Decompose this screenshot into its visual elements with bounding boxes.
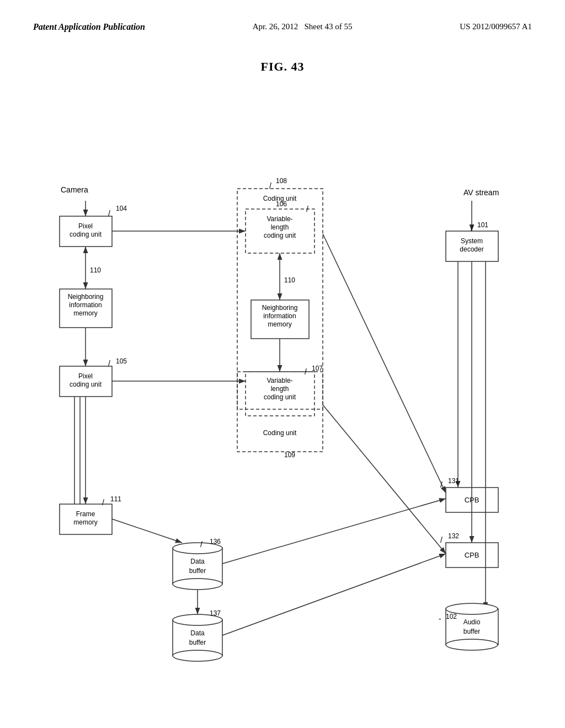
av-stream-label: AV stream xyxy=(463,188,499,197)
databuf-137-line1: Data xyxy=(190,629,205,637)
header-publication-type: Patent Application Publication xyxy=(33,22,145,32)
databuf136-to-cpb131-arrow xyxy=(222,499,446,564)
frame-memory-line2: memory xyxy=(73,518,97,526)
diagram-area: Camera 104 / Pixel coding unit 110 Neigh… xyxy=(0,85,565,692)
databuf-136-bottom xyxy=(173,579,222,590)
databuf-137-bottom xyxy=(173,650,222,661)
label-111: 111 xyxy=(110,495,121,503)
frame-to-databuf136-arrow xyxy=(112,519,182,543)
nim-left-line1: Neighboring xyxy=(68,293,104,301)
vlc-107-line2: length xyxy=(271,385,289,393)
system-decoder-line1: System xyxy=(461,237,483,245)
vlc-106-line1: Variable- xyxy=(266,215,292,223)
label-131: 131 xyxy=(448,477,459,485)
vlc-106-line2: length xyxy=(271,223,289,231)
nim-left-line3: memory xyxy=(73,309,97,317)
header-patent-number: US 2012/0099657 A1 xyxy=(460,22,532,31)
vlc-107-line3: coding unit xyxy=(264,393,296,401)
pixel-coding-104-line2: coding unit xyxy=(70,231,102,238)
label-132: 132 xyxy=(448,532,459,540)
coding108-to-cpb131-arrow xyxy=(323,234,446,493)
label-110-left: 110 xyxy=(90,266,101,274)
system-decoder-line2: decoder xyxy=(460,245,483,253)
vlc-106-line3: coding unit xyxy=(264,232,296,239)
slash-132: / xyxy=(440,536,443,544)
slash-106: / xyxy=(306,205,308,213)
label-102: 102 xyxy=(446,613,457,620)
pixel-coding-104-line1: Pixel xyxy=(78,222,93,230)
cpb-132-label: CPB xyxy=(465,551,479,559)
figure-title: FIG. 43 xyxy=(0,60,565,74)
label-137: 137 xyxy=(210,609,221,617)
coding-unit-109-label: Coding unit xyxy=(263,429,297,437)
cpb-131-label: CPB xyxy=(465,496,479,504)
audio-buffer-line1: Audio xyxy=(463,618,481,626)
label-109: 109 xyxy=(284,451,295,459)
databuf-137-line2: buffer xyxy=(189,639,206,646)
audio-buffer-line2: buffer xyxy=(463,628,480,635)
nim-left-line2: information xyxy=(69,301,102,309)
slash-107: / xyxy=(305,367,307,376)
databuf-136-line2: buffer xyxy=(189,567,206,575)
slash-136: / xyxy=(200,540,202,549)
audio-buffer-bottom xyxy=(446,639,498,650)
page-header: Patent Application Publication Apr. 26, … xyxy=(0,0,565,43)
nim-right-line1: Neighboring xyxy=(262,304,298,312)
label-108: 108 xyxy=(276,177,287,185)
label-104: 104 xyxy=(116,205,127,212)
pixel-coding-105-line1: Pixel xyxy=(78,372,93,380)
header-sheet: Sheet 43 of 55 xyxy=(304,22,352,31)
label-105: 105 xyxy=(116,357,127,365)
header-date-sheet: Apr. 26, 2012 Sheet 43 of 55 xyxy=(253,22,353,31)
slash-102: - xyxy=(439,614,441,623)
vlc-107-line1: Variable- xyxy=(266,377,292,384)
header-date: Apr. 26, 2012 xyxy=(253,22,299,31)
databuf137-to-cpb132-arrow xyxy=(222,554,446,635)
slash-111: / xyxy=(102,498,104,507)
pixel-coding-105-line2: coding unit xyxy=(70,381,102,388)
label-106: 106 xyxy=(276,200,287,208)
camera-label: Camera xyxy=(61,185,88,194)
label-136: 136 xyxy=(210,538,221,545)
nim-right-line3: memory xyxy=(268,320,291,328)
frame-memory-line1: Frame xyxy=(76,510,95,518)
label-101: 101 xyxy=(477,221,488,229)
slash-108: / xyxy=(269,181,271,190)
diagram-svg: Camera 104 / Pixel coding unit 110 Neigh… xyxy=(0,85,565,692)
coding109-to-cpb132-arrow xyxy=(323,405,446,554)
nim-right-line2: information xyxy=(263,312,296,320)
label-107: 107 xyxy=(312,365,323,372)
label-110-right: 110 xyxy=(284,276,295,284)
databuf-136-line1: Data xyxy=(190,558,205,565)
